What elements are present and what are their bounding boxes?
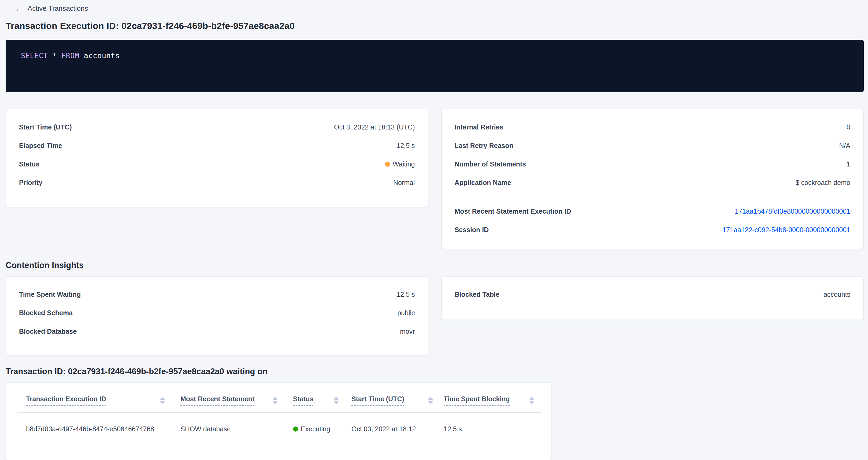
kv-row-priority: Priority Normal <box>19 174 415 192</box>
arrow-left-icon: ← <box>15 5 23 12</box>
number-of-statements-label: Number of Statements <box>455 159 526 169</box>
time-spent-waiting-label: Time Spent Waiting <box>19 290 81 299</box>
overview-cards-row: Start Time (UTC) Oct 3, 2022 at 18:13 (U… <box>6 109 864 249</box>
cell-transaction-execution-id: b8d7d03a-d497-446b-8474-e50846674768 <box>17 425 171 433</box>
kv-row-number-of-statements: Number of Statements 1 <box>455 155 850 174</box>
kv-row-statement-execution-id: Most Recent Statement Execution ID 171aa… <box>455 202 850 221</box>
status-value: Waiting <box>385 159 415 169</box>
kv-row-last-retry-reason: Last Retry Reason N/A <box>455 136 850 155</box>
column-header-transaction-execution-id[interactable]: Transaction Execution ID <box>26 395 106 406</box>
sql-keyword: FROM <box>61 52 79 60</box>
sort-carets-icon[interactable] <box>334 396 339 404</box>
waiting-on-table: Transaction Execution ID Most Recent Sta… <box>6 382 552 460</box>
column-header-time-spent-blocking[interactable]: Time Spent Blocking <box>444 395 510 406</box>
blocking-most-recent-statement: SHOW database <box>180 425 231 433</box>
cell-status: Executing <box>284 425 345 433</box>
header-cell-most-recent-statement: Most Recent Statement <box>171 395 284 406</box>
last-retry-reason-value: N/A <box>839 141 850 150</box>
card-divider <box>455 197 850 197</box>
sql-statement: SELECT * FROM accounts <box>21 51 848 60</box>
sql-statement-box: SELECT * FROM accounts <box>6 40 864 92</box>
header-cell-transaction-execution-id: Transaction Execution ID <box>17 395 171 406</box>
start-time-label: Start Time (UTC) <box>19 123 72 132</box>
sort-carets-icon[interactable] <box>160 396 165 404</box>
blocking-status: Executing <box>293 425 330 433</box>
sort-carets-icon[interactable] <box>273 396 277 404</box>
kv-row-blocked-database: Blocked Database movr <box>19 322 415 341</box>
blocking-transaction-execution-id: b8d7d03a-d497-446b-8474-e50846674768 <box>26 425 154 433</box>
internal-retries-value: 0 <box>846 123 850 132</box>
active-transaction-details-page: ← Active Transactions Transaction Execut… <box>0 0 868 460</box>
start-time-value: Oct 3, 2022 at 18:13 (UTC) <box>334 123 415 132</box>
blocking-start-time: Oct 03, 2022 at 18:12 <box>351 425 416 433</box>
kv-row-time-spent-waiting: Time Spent Waiting 12.5 s <box>19 285 415 304</box>
contention-right-card: Blocked Table accounts <box>441 276 864 320</box>
kv-row-session-id: Session ID 171aa122-c092-54b8-0000-00000… <box>455 221 850 239</box>
overview-right-card: Internal Retries 0 Last Retry Reason N/A… <box>441 109 864 249</box>
breadcrumb-label: Active Transactions <box>28 4 88 12</box>
kv-row-blocked-schema: Blocked Schema public <box>19 304 415 322</box>
waiting-on-heading: Transaction ID: 02ca7931-f246-469b-b2fe-… <box>6 367 864 376</box>
statement-execution-id-label: Most Recent Statement Execution ID <box>455 207 571 216</box>
kv-row-status: Status Waiting <box>19 155 415 174</box>
blocked-schema-label: Blocked Schema <box>19 308 73 318</box>
status-text: Waiting <box>393 159 415 169</box>
column-header-start-time[interactable]: Start Time (UTC) <box>351 395 404 406</box>
status-label: Status <box>19 159 39 169</box>
session-id-label: Session ID <box>455 225 489 235</box>
kv-row-internal-retries: Internal Retries 0 <box>455 118 850 136</box>
contention-insights-heading: Contention Insights <box>6 260 864 270</box>
blocked-schema-value: public <box>397 308 415 318</box>
kv-row-application-name: Application Name $ cockroach demo <box>455 174 850 192</box>
elapsed-time-value: 12.5 s <box>397 141 415 150</box>
header-cell-time-spent-blocking: Time Spent Blocking <box>439 395 541 406</box>
page-title: Transaction Execution ID: 02ca7931-f246-… <box>6 21 864 31</box>
cell-time-spent-blocking: 12.5 s <box>439 425 541 433</box>
blocking-status-text: Executing <box>301 425 330 433</box>
blocked-database-label: Blocked Database <box>19 327 77 336</box>
table-header-row: Transaction Execution ID Most Recent Sta… <box>17 383 541 413</box>
sql-keyword: SELECT <box>21 52 48 60</box>
elapsed-time-label: Elapsed Time <box>19 141 62 150</box>
kv-row-elapsed-time: Elapsed Time 12.5 s <box>19 136 415 155</box>
overview-left-card: Start Time (UTC) Oct 3, 2022 at 18:13 (U… <box>6 109 428 208</box>
sql-token: accounts <box>84 52 120 60</box>
blocking-time-spent: 12.5 s <box>444 425 462 433</box>
kv-row-start-time: Start Time (UTC) Oct 3, 2022 at 18:13 (U… <box>19 118 415 136</box>
time-spent-waiting-value: 12.5 s <box>397 290 415 299</box>
contention-left-card: Time Spent Waiting 12.5 s Blocked Schema… <box>6 276 428 356</box>
header-cell-status: Status <box>284 395 345 406</box>
internal-retries-label: Internal Retries <box>455 123 503 132</box>
column-header-most-recent-statement[interactable]: Most Recent Statement <box>180 395 254 406</box>
blocked-table-value: accounts <box>824 290 850 299</box>
application-name-label: Application Name <box>455 178 511 187</box>
executing-status-dot-icon <box>293 427 298 432</box>
breadcrumb-back-link[interactable]: ← Active Transactions <box>15 4 88 12</box>
contention-cards-row: Time Spent Waiting 12.5 s Blocked Schema… <box>6 276 864 356</box>
sort-carets-icon[interactable] <box>529 396 534 404</box>
kv-row-blocked-table: Blocked Table accounts <box>455 285 850 304</box>
column-header-status[interactable]: Status <box>293 395 313 406</box>
cell-start-time: Oct 03, 2022 at 18:12 <box>345 425 439 433</box>
sql-token: * <box>52 52 57 60</box>
waiting-status-dot-icon <box>385 162 390 167</box>
blocked-database-value: movr <box>400 327 415 336</box>
statement-execution-id-link[interactable]: 171aa1b478fdf0e80000000000000001 <box>735 207 850 216</box>
application-name-value: $ cockroach demo <box>796 178 850 187</box>
last-retry-reason-label: Last Retry Reason <box>455 141 514 150</box>
priority-label: Priority <box>19 178 42 187</box>
session-id-link[interactable]: 171aa122-c092-54b8-0000-000000000001 <box>722 225 850 235</box>
table-row: b8d7d03a-d497-446b-8474-e50846674768 SHO… <box>17 413 541 446</box>
cell-most-recent-statement: SHOW database <box>171 425 284 433</box>
number-of-statements-value: 1 <box>846 159 850 169</box>
sort-carets-icon[interactable] <box>428 396 433 404</box>
header-cell-start-time: Start Time (UTC) <box>345 395 439 406</box>
priority-value: Normal <box>393 178 415 187</box>
blocked-table-label: Blocked Table <box>455 290 500 299</box>
